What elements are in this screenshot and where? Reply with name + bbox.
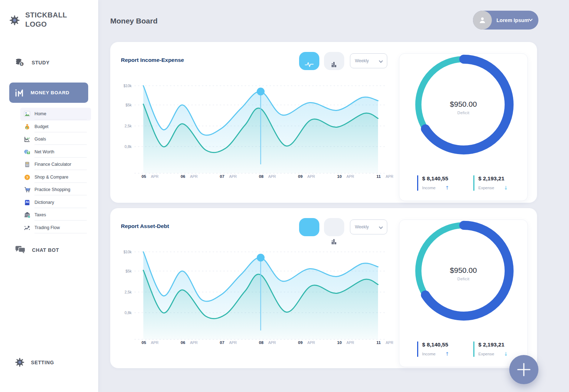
avatar xyxy=(473,11,492,30)
sidebar-item-setting[interactable]: SETTING xyxy=(15,357,54,367)
deficit-value: $950.00 xyxy=(399,100,527,108)
submenu-item-label: Goals xyxy=(34,134,87,145)
period-select[interactable]: Weekly xyxy=(350,53,387,68)
trading-flow-icon xyxy=(24,224,31,231)
income-label: Income xyxy=(422,352,436,356)
x-tick-label: APR05 xyxy=(129,340,158,345)
x-tick-label: APR11 xyxy=(364,174,392,179)
chevron-down-icon xyxy=(528,17,532,21)
submenu-item-net-worth[interactable]: $ Net Worth xyxy=(20,146,91,159)
bar-chart-toggle[interactable] xyxy=(324,218,344,236)
goals-chart-icon xyxy=(24,136,31,143)
x-tick-label: APR06 xyxy=(168,174,197,179)
chevron-down-icon xyxy=(379,59,383,63)
submenu-item-dictionary[interactable]: Aa Dictionary xyxy=(20,196,91,209)
expense-label: Expense xyxy=(478,352,494,356)
submenu-item-practice-shopping[interactable]: Practice Shopping xyxy=(20,184,91,196)
income-value: $ 8,140,55 xyxy=(422,341,449,348)
sidebar-item-money-board[interactable]: MONEY BOARD xyxy=(9,83,88,103)
submenu-item-trading-flow[interactable]: Trading Flow xyxy=(20,222,91,234)
app-logo: STICKBALL LOGO xyxy=(9,11,67,29)
arrow-up-icon: ↑ xyxy=(445,351,450,357)
expense-label: Expense xyxy=(478,186,494,190)
line-chart-icon xyxy=(304,61,314,68)
income-stat: $ 8,140,55 Income ↑ xyxy=(417,341,449,357)
submenu-item-taxes[interactable]: Taxes xyxy=(20,209,91,222)
summary-panel: $950.00 Deficit $ 8,140,55 Income ↑ $ 2,… xyxy=(399,219,528,367)
svg-text:?: ? xyxy=(26,175,28,179)
sidebar-item-label: MONEY BOARD xyxy=(31,90,69,95)
line-chart-toggle[interactable] xyxy=(299,218,319,236)
gear-icon xyxy=(9,15,20,26)
submenu-item-label: Finance Calculator xyxy=(34,159,87,170)
expense-stat: $ 2,193,21 Expense ↓ xyxy=(473,175,508,191)
dictionary-book-icon: Aa xyxy=(24,199,31,206)
money-board-page: STICKBALL LOGO $ STUDY xyxy=(0,0,569,392)
arrow-down-icon: ↓ xyxy=(504,185,508,191)
x-axis-labels: APR05APR06APR07APR08APR09APR10APR11 xyxy=(134,340,387,347)
card-title: Report Asset-Debt xyxy=(121,223,169,229)
line-chart[interactable] xyxy=(134,250,387,342)
highlight-marker[interactable] xyxy=(257,254,265,261)
y-tick-label: $5k xyxy=(126,269,132,273)
add-button[interactable] xyxy=(509,355,538,384)
y-axis-labels: $10k$5k2,5k0,8k xyxy=(117,250,132,342)
income-label: Income xyxy=(422,186,436,190)
deficit-value: $950.00 xyxy=(399,266,527,275)
x-tick-label: APR09 xyxy=(286,340,314,345)
submenu-item-budget[interactable]: $ Budget xyxy=(20,121,91,133)
logo-text: STICKBALL LOGO xyxy=(25,11,67,29)
expense-stat: $ 2,193,21 Expense ↓ xyxy=(473,341,508,357)
submenu-item-label: Taxes xyxy=(34,210,87,221)
income-value: $ 8,140,55 xyxy=(422,175,449,182)
card-title: Report Income-Expense xyxy=(121,57,184,63)
money-bag-icon: $ xyxy=(24,123,31,130)
submenu-item-shop-compare[interactable]: ? Shop & Compare xyxy=(20,171,91,184)
expense-value: $ 2,193,21 xyxy=(478,175,508,182)
y-tick-label: 0,8k xyxy=(124,311,132,315)
x-tick-label: APR10 xyxy=(325,174,353,179)
sidebar-item-label: SETTING xyxy=(31,360,54,365)
report-income-expense-card: Report Income-Expense Weekly $10k$5k2,5k… xyxy=(110,42,537,203)
y-tick-label: $5k xyxy=(126,103,132,107)
bar-chart-toggle[interactable] xyxy=(324,52,344,70)
x-axis-labels: APR05APR06APR07APR08APR09APR10APR11 xyxy=(134,174,387,181)
submenu-item-finance-calculator[interactable]: Finance Calculator xyxy=(20,158,91,171)
period-select[interactable]: Weekly xyxy=(350,219,387,234)
arrow-up-icon: ↑ xyxy=(445,185,450,191)
income-stat: $ 8,140,55 Income ↑ xyxy=(417,175,449,191)
money-board-logo-icon xyxy=(15,89,25,97)
bank-icon xyxy=(24,212,31,218)
highlight-marker[interactable] xyxy=(257,88,265,95)
submenu-item-label: Shop & Compare xyxy=(34,172,87,183)
deficit-label: Deficit xyxy=(399,111,527,115)
question-circle-icon: ? xyxy=(24,174,31,181)
submenu-item-goals[interactable]: Goals xyxy=(20,133,91,146)
y-tick-label: 2,5k xyxy=(124,124,132,128)
sidebar-item-study[interactable]: $ STUDY xyxy=(14,57,49,68)
report-asset-debt-card: Report Asset-Debt Weekly $10k$5k2,5k0,8k xyxy=(110,208,537,368)
submenu-item-label: Practice Shopping xyxy=(34,184,87,195)
x-tick-label: APR11 xyxy=(364,340,392,345)
calculator-icon xyxy=(24,161,31,168)
submenu-item-label: Net Worth xyxy=(34,147,87,158)
user-menu[interactable]: Lorem Ipsum xyxy=(473,11,538,30)
x-tick-label: APR07 xyxy=(207,174,236,179)
submenu-item-home[interactable]: Home xyxy=(20,108,91,121)
chat-bubbles-icon xyxy=(15,245,26,255)
submenu-item-label: Dictionary xyxy=(34,197,87,208)
summary-panel: $950.00 Deficit $ 8,140,55 Income ↑ $ 2,… xyxy=(399,53,528,201)
period-value: Weekly xyxy=(355,58,369,63)
submenu-item-label: Home xyxy=(34,108,87,120)
line-chart-toggle[interactable] xyxy=(299,52,319,70)
submenu-item-label: Budget xyxy=(34,121,87,132)
bar-chart-icon xyxy=(331,62,337,68)
sidebar: STICKBALL LOGO $ STUDY xyxy=(0,0,98,392)
page-title: Money Board xyxy=(110,17,158,25)
sidebar-item-chat-bot[interactable]: CHAT BOT xyxy=(15,245,59,255)
line-chart[interactable] xyxy=(134,84,387,176)
svg-text:$: $ xyxy=(26,126,27,129)
sidebar-item-label: CHAT BOT xyxy=(32,247,59,253)
submenu-item-label: Trading Flow xyxy=(34,222,87,233)
x-tick-label: APR05 xyxy=(129,174,158,179)
